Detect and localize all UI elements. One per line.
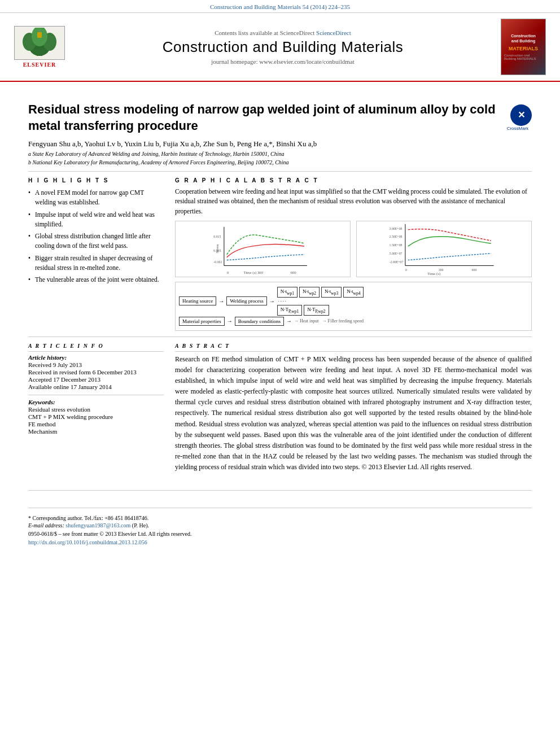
highlight-item-4: Bigger strain resulted in shaper decreas… bbox=[28, 252, 164, 274]
svg-text:300: 300 bbox=[257, 270, 264, 274]
flowchart-box-ntp1: N·TP,wp1 bbox=[277, 305, 302, 316]
keywords-section: Keywords: Residual stress evolution CMT … bbox=[28, 395, 164, 435]
graphical-abstract-column: G R A P H I C A L A B S T R A C T Cooper… bbox=[175, 177, 532, 330]
author-email[interactable]: shufengyuan1987@163.com bbox=[65, 522, 130, 528]
flowchart-arrow-1: → bbox=[218, 298, 224, 304]
highlight-item-5: The vulnerable areas of the joint were o… bbox=[28, 274, 164, 286]
science-direct-link: Contents lists available at ScienceDirec… bbox=[68, 29, 498, 36]
graph-svg-2: 3.00E+08 2.50E+08 1.50E+08 5.00E+07 -2.0… bbox=[357, 221, 531, 277]
flowchart-box-heating: Heating source bbox=[179, 296, 216, 305]
svg-text:0.015: 0.015 bbox=[213, 235, 221, 238]
journal-reference-bar: Construction and Building Materials 54 (… bbox=[0, 0, 560, 13]
journal-cover-image: Constructionand Building MATERIALS Const… bbox=[498, 19, 549, 75]
flowchart-box-n4: N·twp4 bbox=[343, 287, 364, 298]
svg-text:5.00E+07: 5.00E+07 bbox=[389, 252, 402, 255]
article-title: Residual stress modeling of narrow gap w… bbox=[28, 102, 504, 134]
article-info-column: A R T I C L E I N F O Article history: R… bbox=[28, 343, 164, 473]
doi-line: http://dx.doi.org/10.1016/j.conbuildmat.… bbox=[28, 539, 532, 545]
highlights-label: H I G H L I G H T S bbox=[28, 177, 164, 184]
flowchart-box-material: Material properties bbox=[179, 317, 225, 326]
flowchart-box-ntp2: N·TP,wp2 bbox=[304, 305, 329, 316]
affiliation-b: b National Key Laboratory for Remanufact… bbox=[28, 159, 532, 165]
available-date: Available online 17 January 2014 bbox=[28, 383, 164, 390]
crossmark-icon: ✕ bbox=[510, 104, 532, 126]
svg-text:2.50E+08: 2.50E+08 bbox=[389, 235, 402, 238]
keyword-2: CMT + P MIX welding procedure bbox=[28, 413, 164, 420]
journal-homepage: journal homepage: www.elsevier.com/locat… bbox=[68, 58, 498, 65]
elsevier-logo-image bbox=[14, 26, 65, 60]
svg-text:-0.002: -0.002 bbox=[213, 260, 222, 263]
journal-title-section: Contents lists available at ScienceDirec… bbox=[68, 29, 498, 65]
svg-text:600: 600 bbox=[472, 268, 477, 272]
keywords-list: Residual stress evolution CMT + P MIX we… bbox=[28, 406, 164, 435]
flowchart: Heating source → Welding process → N·twp… bbox=[175, 282, 532, 331]
abstract-label: A B S T R A C T bbox=[175, 343, 532, 349]
flowchart-box-boundary: Boundary conditions bbox=[235, 317, 284, 326]
highlights-column: H I G H L I G H T S A novel FEM model fo… bbox=[28, 177, 164, 330]
article-history-label: Article history: bbox=[28, 354, 164, 361]
elsevier-logo: ELSEVIER bbox=[11, 26, 68, 68]
highlights-list: A novel FEM model for narrow gap CMT wel… bbox=[28, 187, 164, 286]
highlight-item-1: A novel FEM model for narrow gap CMT wel… bbox=[28, 187, 164, 209]
crossmark-badge: ✕ CrossMark bbox=[504, 102, 532, 131]
abstract-text: Research on FE method simulation of CMT … bbox=[175, 354, 532, 473]
svg-text:Time (s): Time (s) bbox=[427, 272, 440, 276]
svg-rect-5 bbox=[37, 32, 42, 38]
flowchart-box-n3: N·twp3 bbox=[321, 287, 342, 298]
svg-text:0.005: 0.005 bbox=[213, 249, 221, 252]
flowchart-arrow-4: → bbox=[286, 318, 292, 324]
graph-container: 0 300 600 Time (s) Stress 0.015 0.005 -0… bbox=[175, 221, 532, 277]
svg-text:Time (s): Time (s) bbox=[243, 270, 256, 275]
email-label: E-mail address: bbox=[28, 522, 64, 528]
highlights-graphical-section: H I G H L I G H T S A novel FEM model fo… bbox=[28, 177, 532, 330]
keyword-4: Mechanism bbox=[28, 428, 164, 435]
main-content: Residual stress modeling of narrow gap w… bbox=[0, 82, 560, 554]
flowchart-arrow-2: → bbox=[269, 298, 275, 304]
flowchart-row-1: Heating source → Welding process → N·twp… bbox=[179, 287, 528, 316]
keywords-label: Keywords: bbox=[28, 399, 164, 405]
accepted-date: Accepted 17 December 2013 bbox=[28, 376, 164, 383]
cover-title-line1: Constructionand Building bbox=[511, 33, 536, 43]
authors-line: Fengyuan Shu a,b, Yaohui Lv b, Yuxin Liu… bbox=[28, 139, 532, 148]
svg-text:0: 0 bbox=[227, 270, 229, 274]
received-date: Received 9 July 2013 bbox=[28, 361, 164, 368]
flowchart-box-n1: N·twp1 bbox=[277, 287, 298, 298]
journal-reference: Construction and Building Materials 54 (… bbox=[210, 3, 350, 10]
svg-text:-2.00E+07: -2.00E+07 bbox=[389, 260, 403, 263]
revised-date: Received in revised form 6 December 2013 bbox=[28, 369, 164, 375]
flowchart-arrow-3: → bbox=[227, 318, 233, 324]
keyword-1: Residual stress evolution bbox=[28, 406, 164, 413]
email-line: E-mail address: shufengyuan1987@163.com … bbox=[28, 522, 532, 528]
highlight-item-2: Impulse input of weld wire and weld heat… bbox=[28, 209, 164, 231]
abstract-column: A B S T R A C T Research on FE method si… bbox=[175, 343, 532, 473]
cover-thumbnail: Constructionand Building MATERIALS Const… bbox=[501, 19, 546, 75]
article-info-label: A R T I C L E I N F O bbox=[28, 343, 164, 349]
highlight-item-3: Global stress distribution changed littl… bbox=[28, 230, 164, 252]
corresponding-author: * Corresponding author. Tel./fax: +86 45… bbox=[28, 515, 532, 521]
affiliation-a: a State Key Laboratory of Advanced Weldi… bbox=[28, 151, 532, 157]
article-title-section: Residual stress modeling of narrow gap w… bbox=[28, 102, 532, 134]
graphical-abstract-label: G R A P H I C A L A B S T R A C T bbox=[175, 177, 532, 184]
flowchart-box-welding: Welding process bbox=[226, 296, 267, 305]
flowchart-row-2: Material properties → Boundary condition… bbox=[179, 317, 528, 326]
flowchart-box-n2: N·twp2 bbox=[299, 287, 320, 298]
svg-text:600: 600 bbox=[291, 270, 297, 274]
svg-text:1.50E+08: 1.50E+08 bbox=[389, 243, 402, 247]
page-footer: * Corresponding author. Tel./fax: +86 45… bbox=[28, 508, 532, 545]
keyword-3: FE method bbox=[28, 421, 164, 427]
graphical-abstract-text: Cooperation between wire feeding and hea… bbox=[175, 187, 532, 216]
svg-rect-7 bbox=[213, 221, 312, 277]
issn-line: 0950-0618/$ – see front matter © 2013 El… bbox=[28, 531, 532, 537]
doi-link[interactable]: http://dx.doi.org/10.1016/j.conbuildmat.… bbox=[28, 539, 147, 545]
svg-text:0: 0 bbox=[405, 268, 407, 272]
journal-main-title: Construction and Building Materials bbox=[68, 38, 498, 56]
article-info-abstract-section: A R T I C L E I N F O Article history: R… bbox=[28, 343, 532, 473]
graph-box-2: 3.00E+08 2.50E+08 1.50E+08 5.00E+07 -2.0… bbox=[356, 221, 532, 277]
svg-text:3.00E+08: 3.00E+08 bbox=[389, 227, 402, 230]
graph-svg-1: 0 300 600 Time (s) Stress 0.015 0.005 -0… bbox=[176, 221, 350, 277]
journal-header: ELSEVIER Contents lists available at Sci… bbox=[0, 13, 560, 82]
cover-title-materials: MATERIALS bbox=[509, 46, 538, 51]
graph-box-1: 0 300 600 Time (s) Stress 0.015 0.005 -0… bbox=[175, 221, 351, 277]
elsevier-brand: ELSEVIER bbox=[23, 62, 56, 68]
science-direct-anchor[interactable]: ScienceDirect bbox=[316, 29, 351, 36]
